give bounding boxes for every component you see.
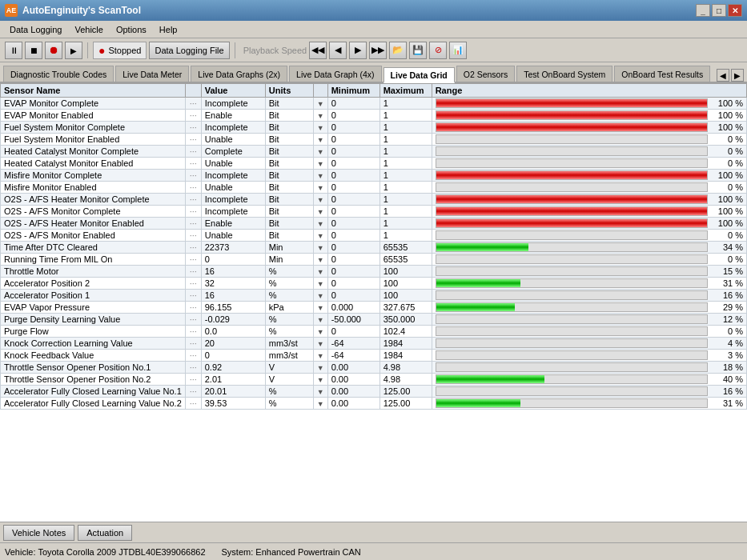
dropdown-arrow-icon[interactable]: ▼ — [317, 184, 324, 192]
cell-dots[interactable]: ··· — [185, 326, 201, 338]
dropdown-arrow-icon[interactable]: ▼ — [317, 256, 324, 264]
dropdown-arrow-icon[interactable]: ▼ — [317, 340, 324, 348]
menu-data-logging[interactable]: Data Logging — [3, 23, 68, 36]
dropdown-arrow-icon[interactable]: ▼ — [317, 220, 324, 228]
dropdown-arrow-icon[interactable]: ▼ — [317, 208, 324, 216]
playback-step-fwd[interactable]: ▶▶ — [369, 42, 387, 59]
tab-live-data-graph-4x[interactable]: Live Data Graph (4x) — [289, 66, 381, 82]
cell-unit-arrow[interactable]: ▼ — [313, 146, 327, 158]
playback-step-back[interactable]: ◀◀ — [309, 42, 327, 59]
dropdown-arrow-icon[interactable]: ▼ — [317, 280, 324, 288]
cell-dots[interactable]: ··· — [185, 350, 201, 362]
stop-button[interactable] — [25, 42, 42, 59]
menu-vehicle[interactable]: Vehicle — [68, 23, 109, 36]
dropdown-arrow-icon[interactable]: ▼ — [317, 124, 324, 132]
cell-unit-arrow[interactable]: ▼ — [313, 230, 327, 242]
dropdown-arrow-icon[interactable]: ▼ — [317, 328, 324, 336]
playback-stop-red[interactable]: ⊘ — [429, 42, 447, 59]
tab-onboard-test-results[interactable]: OnBoard Test Results — [614, 66, 710, 82]
dropdown-arrow-icon[interactable]: ▼ — [317, 352, 324, 360]
cell-unit-arrow[interactable]: ▼ — [313, 338, 327, 350]
cell-unit-arrow[interactable]: ▼ — [313, 182, 327, 194]
dropdown-arrow-icon[interactable]: ▼ — [317, 148, 324, 156]
cell-unit-arrow[interactable]: ▼ — [313, 398, 327, 410]
cell-dots[interactable]: ··· — [185, 122, 201, 134]
dropdown-arrow-icon[interactable]: ▼ — [317, 112, 324, 120]
menu-help[interactable]: Help — [153, 23, 184, 36]
cell-unit-arrow[interactable]: ▼ — [313, 170, 327, 182]
playback-icon3[interactable]: 📊 — [449, 42, 467, 59]
cell-unit-arrow[interactable]: ▼ — [313, 194, 327, 206]
tab-next-arrow[interactable]: ▶ — [731, 69, 744, 82]
dropdown-arrow-icon[interactable]: ▼ — [317, 196, 324, 204]
actuation-button[interactable]: Actuation — [78, 525, 132, 541]
cell-unit-arrow[interactable]: ▼ — [313, 314, 327, 326]
record-button[interactable] — [45, 42, 62, 59]
cell-unit-arrow[interactable]: ▼ — [313, 350, 327, 362]
tab-test-onboard-system[interactable]: Test OnBoard System — [516, 66, 612, 82]
cell-dots[interactable]: ··· — [185, 290, 201, 302]
cell-dots[interactable]: ··· — [185, 362, 201, 374]
tab-diagnostic-trouble-codes[interactable]: Diagnostic Trouble Codes — [3, 66, 114, 82]
dropdown-arrow-icon[interactable]: ▼ — [317, 160, 324, 168]
pause-button[interactable] — [5, 42, 22, 59]
cell-dots[interactable]: ··· — [185, 170, 201, 182]
dropdown-arrow-icon[interactable]: ▼ — [317, 376, 324, 384]
cell-unit-arrow[interactable]: ▼ — [313, 254, 327, 266]
cell-dots[interactable]: ··· — [185, 302, 201, 314]
cell-unit-arrow[interactable]: ▼ — [313, 134, 327, 146]
play-button[interactable] — [65, 42, 82, 59]
dropdown-arrow-icon[interactable]: ▼ — [317, 268, 324, 276]
tab-live-data-graphs-2x[interactable]: Live Data Graphs (2x) — [191, 66, 287, 82]
tab-prev-arrow[interactable]: ◀ — [717, 69, 729, 82]
cell-dots[interactable]: ··· — [185, 158, 201, 170]
playback-icon2[interactable]: 💾 — [409, 42, 427, 59]
cell-unit-arrow[interactable]: ▼ — [313, 122, 327, 134]
cell-unit-arrow[interactable]: ▼ — [313, 386, 327, 398]
cell-dots[interactable]: ··· — [185, 314, 201, 326]
cell-dots[interactable]: ··· — [185, 386, 201, 398]
playback-back[interactable]: ◀ — [329, 42, 347, 59]
dropdown-arrow-icon[interactable]: ▼ — [317, 244, 324, 252]
cell-unit-arrow[interactable]: ▼ — [313, 218, 327, 230]
tab-live-data-grid[interactable]: Live Data Grid — [384, 67, 455, 83]
close-button[interactable]: ✕ — [728, 4, 742, 17]
cell-dots[interactable]: ··· — [185, 242, 201, 254]
cell-dots[interactable]: ··· — [185, 338, 201, 350]
dropdown-arrow-icon[interactable]: ▼ — [317, 364, 324, 372]
cell-unit-arrow[interactable]: ▼ — [313, 110, 327, 122]
playback-icon1[interactable]: 📂 — [389, 42, 407, 59]
dropdown-arrow-icon[interactable]: ▼ — [317, 136, 324, 144]
cell-unit-arrow[interactable]: ▼ — [313, 290, 327, 302]
tab-o2-sensors[interactable]: O2 Sensors — [456, 66, 515, 82]
menu-options[interactable]: Options — [110, 23, 153, 36]
dropdown-arrow-icon[interactable]: ▼ — [317, 100, 324, 108]
cell-unit-arrow[interactable]: ▼ — [313, 98, 327, 110]
cell-unit-arrow[interactable]: ▼ — [313, 242, 327, 254]
cell-dots[interactable]: ··· — [185, 134, 201, 146]
cell-dots[interactable]: ··· — [185, 374, 201, 386]
cell-dots[interactable]: ··· — [185, 98, 201, 110]
dropdown-arrow-icon[interactable]: ▼ — [317, 316, 324, 324]
cell-dots[interactable]: ··· — [185, 182, 201, 194]
cell-unit-arrow[interactable]: ▼ — [313, 158, 327, 170]
dropdown-arrow-icon[interactable]: ▼ — [317, 304, 324, 312]
cell-unit-arrow[interactable]: ▼ — [313, 206, 327, 218]
cell-dots[interactable]: ··· — [185, 230, 201, 242]
cell-dots[interactable]: ··· — [185, 254, 201, 266]
playback-fwd[interactable]: ▶ — [349, 42, 367, 59]
cell-dots[interactable]: ··· — [185, 218, 201, 230]
cell-unit-arrow[interactable]: ▼ — [313, 326, 327, 338]
cell-unit-arrow[interactable]: ▼ — [313, 302, 327, 314]
cell-dots[interactable]: ··· — [185, 110, 201, 122]
maximize-button[interactable]: □ — [712, 4, 726, 17]
cell-unit-arrow[interactable]: ▼ — [313, 374, 327, 386]
dropdown-arrow-icon[interactable]: ▼ — [317, 400, 324, 408]
minimize-button[interactable]: _ — [696, 4, 710, 17]
dropdown-arrow-icon[interactable]: ▼ — [317, 388, 324, 396]
table-scroll[interactable]: Sensor Name Value Units Minimum Maximum … — [0, 83, 747, 522]
cell-dots[interactable]: ··· — [185, 206, 201, 218]
cell-dots[interactable]: ··· — [185, 398, 201, 410]
cell-dots[interactable]: ··· — [185, 146, 201, 158]
dropdown-arrow-icon[interactable]: ▼ — [317, 172, 324, 180]
